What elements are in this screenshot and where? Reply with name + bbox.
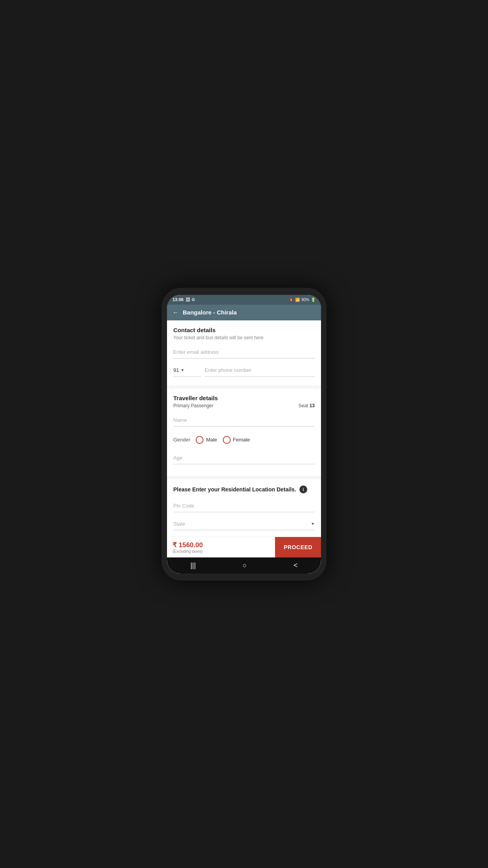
status-bar: 13:06 🖼 ⚙ 🔇 📶 90% 🔋 [167,295,321,305]
traveller-details-title: Traveller details [173,395,315,401]
phone-row: 91 ▼ [173,364,315,377]
gender-row: Gender Male Female [173,432,315,448]
location-header: Please Enter your Residential Location D… [173,485,315,493]
location-details-section: Please Enter your Residential Location D… [167,479,321,537]
male-label: Male [206,437,217,443]
price-section: ₹ 1560.00 (Excluding taxes) [167,537,275,557]
age-input[interactable] [173,452,315,464]
state-dropdown-arrow-icon: ▼ [311,522,315,526]
wifi-icon: 📶 [295,298,300,302]
price-symbol: ₹ [172,541,177,549]
female-radio[interactable]: Female [223,436,250,444]
nav-bar: ||| ○ < [167,557,321,574]
name-input[interactable] [173,414,315,427]
status-time: 13:06 [172,297,183,302]
info-icon: i [299,485,307,493]
back-nav-icon[interactable]: < [294,561,298,570]
bottom-bar: ₹ 1560.00 (Excluding taxes) PROCEED [167,537,321,557]
seat-label: Seat 13 [299,403,315,408]
price-value: 1560.00 [179,541,203,549]
country-code-dropdown[interactable]: 91 ▼ [173,364,201,377]
nav-header: ← Bangalore - Chirala [167,305,321,320]
contact-details-section: Contact details Your ticket and bus deta… [167,320,321,385]
male-radio-circle [196,436,204,444]
pin-code-input[interactable] [173,500,315,512]
male-radio[interactable]: Male [196,436,217,444]
female-radio-circle [223,436,231,444]
battery-icon: 🔋 [311,298,316,302]
mute-icon: 🔇 [289,298,294,302]
battery-text: 90% [301,298,309,302]
recent-apps-icon[interactable]: ||| [190,561,196,570]
contact-details-title: Contact details [173,327,315,333]
gender-label: Gender [173,437,190,443]
content-area: Contact details Your ticket and bus deta… [167,320,321,537]
phone-input[interactable] [205,364,315,377]
country-code-value: 91 [173,367,179,373]
proceed-button[interactable]: PROCEED [275,537,321,557]
passenger-label: Primary Passenger [173,403,213,408]
state-dropdown[interactable]: State ▼ [173,518,315,530]
price-tax: (Excluding taxes) [172,549,270,554]
traveller-header: Primary Passenger Seat 13 [173,403,315,408]
price-amount: ₹ 1560.00 [172,541,270,549]
header-title: Bangalore - Chirala [183,309,237,316]
seat-number: 13 [310,403,315,408]
female-label: Female [233,437,250,443]
status-icons: 🖼 ⚙ [186,297,195,302]
dropdown-arrow-icon: ▼ [180,368,184,372]
email-input[interactable] [173,346,315,359]
contact-details-subtitle: Your ticket and bus details will be sent… [173,335,315,340]
state-placeholder: State [173,521,185,527]
home-icon[interactable]: ○ [242,561,247,570]
back-arrow-icon[interactable]: ← [172,309,179,316]
location-title: Please Enter your Residential Location D… [173,486,296,493]
traveller-details-section: Traveller details Primary Passenger Seat… [167,388,321,476]
